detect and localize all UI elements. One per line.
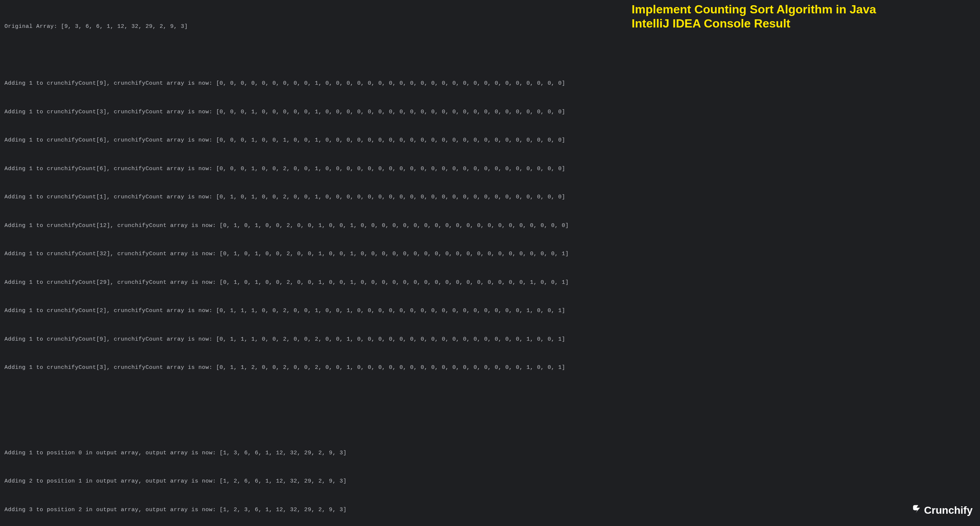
count-step-line: Adding 1 to crunchifyCount[2], crunchify… [5, 306, 975, 316]
count-step-line: Adding 1 to crunchifyCount[32], crunchif… [5, 249, 975, 259]
count-step-line: Adding 1 to crunchifyCount[9], crunchify… [5, 79, 975, 88]
blank-line [5, 392, 975, 401]
count-step-line: Adding 1 to crunchifyCount[9], crunchify… [5, 335, 975, 344]
count-step-line: Adding 1 to crunchifyCount[29], crunchif… [5, 278, 975, 287]
crunchify-logo-icon [911, 502, 922, 519]
output-step-line: Adding 2 to position 1 in output array, … [5, 477, 975, 486]
count-step-line: Adding 1 to crunchifyCount[6], crunchify… [5, 135, 975, 145]
count-step-line: Adding 1 to crunchifyCount[6], crunchify… [5, 164, 975, 174]
count-step-line: Adding 1 to crunchifyCount[12], crunchif… [5, 221, 975, 231]
crunchify-logo-text: Crunchify [924, 502, 972, 519]
crunchify-logo: Crunchify [911, 502, 972, 519]
count-step-line: Adding 1 to crunchifyCount[1], crunchify… [5, 193, 975, 202]
output-step-line: Adding 1 to position 0 in output array, … [5, 448, 975, 458]
overlay-title-line2: IntelliJ IDEA Console Result [632, 16, 876, 30]
overlay-title-line1: Implement Counting Sort Algorithm in Jav… [632, 3, 876, 16]
overlay-title: Implement Counting Sort Algorithm in Jav… [632, 2, 876, 31]
count-step-line: Adding 1 to crunchifyCount[3], crunchify… [5, 363, 975, 373]
output-step-line: Adding 3 to position 2 in output array, … [5, 505, 975, 515]
blank-line [5, 51, 975, 60]
count-step-line: Adding 1 to crunchifyCount[3], crunchify… [5, 107, 975, 117]
console-output: Original Array: [9, 3, 6, 6, 1, 12, 32, … [5, 3, 975, 526]
blank-line [5, 420, 975, 429]
